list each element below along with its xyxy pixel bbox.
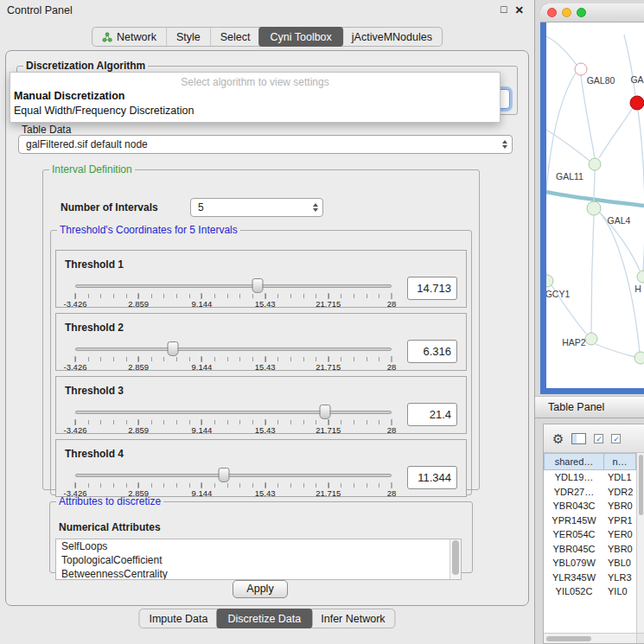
close-traffic-icon[interactable] — [547, 8, 557, 17]
attributes-group-title: Attributes to discretize — [56, 495, 163, 507]
threshold-value-field[interactable]: 21.4 — [407, 403, 457, 426]
table-panel-bar: Table Panel — [535, 396, 644, 418]
network-node[interactable] — [630, 96, 644, 110]
threshold-slider[interactable]: -3.4262.8599.14415.4321.71528 — [75, 466, 392, 495]
number-of-intervals-combobox[interactable]: 5 — [190, 198, 323, 217]
scrollbar-thumb[interactable] — [546, 636, 591, 641]
table-cell: YER054C — [544, 529, 604, 539]
vertical-scrollbar[interactable] — [636, 453, 644, 633]
close-icon[interactable]: ✕ — [515, 3, 524, 16]
tab-network[interactable]: Network — [92, 28, 166, 46]
slider-thumb[interactable] — [219, 468, 230, 482]
network-node-label: H — [634, 284, 641, 294]
checkbox-icon[interactable]: ✓ — [611, 434, 621, 443]
network-edge[interactable] — [624, 35, 635, 96]
thresholds-group: Threshold's Coordinates for 5 Intervals … — [50, 224, 472, 495]
network-node-label: GA — [630, 74, 643, 85]
tab-jactivemnodules[interactable]: jActiveMNodules — [342, 28, 442, 46]
network-edge[interactable] — [594, 170, 595, 201]
tick-mark — [201, 293, 202, 299]
zoom-traffic-icon[interactable] — [577, 8, 586, 17]
network-icon — [102, 32, 112, 42]
network-edge[interactable] — [638, 110, 644, 271]
checkbox-icon[interactable]: ✓ — [594, 434, 603, 443]
threshold-label: Threshold 1 — [65, 258, 124, 271]
network-node[interactable] — [637, 271, 644, 283]
tick-mark — [138, 482, 139, 488]
tab-discretize-data[interactable]: Discretize Data — [217, 609, 313, 628]
tick-mark — [392, 482, 392, 488]
minimize-traffic-icon[interactable] — [562, 8, 571, 17]
list-scrollbar[interactable] — [450, 539, 461, 579]
slider-track — [75, 411, 392, 414]
column-header-n[interactable]: n… — [604, 453, 636, 470]
threshold-value-field[interactable]: 11.344 — [407, 466, 457, 489]
window-controls: □ ✕ — [501, 3, 524, 16]
tick-label: 9.144 — [192, 362, 213, 372]
network-node-label: GAL11 — [556, 171, 583, 182]
table-row[interactable]: YLR345WYLR3 — [544, 571, 636, 585]
table-row[interactable]: YBL079WYBL0 — [544, 556, 636, 571]
threshold-value-field[interactable]: 14.713 — [407, 277, 457, 300]
table-row[interactable]: YBR045CYBR0 — [544, 542, 636, 557]
network-node[interactable] — [585, 333, 597, 345]
list-item[interactable]: BetweennessCentrality — [56, 567, 461, 580]
network-edge[interactable] — [546, 36, 577, 65]
tab-select[interactable]: Select — [210, 28, 260, 46]
list-item[interactable]: SelfLoops — [56, 539, 461, 553]
slider-thumb[interactable] — [252, 278, 264, 293]
network-node[interactable] — [575, 63, 587, 75]
columns-icon[interactable] — [571, 433, 586, 444]
network-edge[interactable] — [546, 130, 590, 161]
apply-button[interactable]: Apply — [233, 580, 288, 598]
tab-cyni-toolbox[interactable]: Cyni Toolbox — [258, 27, 342, 47]
gear-icon[interactable]: ⚙ — [552, 432, 564, 445]
table-header: shared…n… — [544, 453, 636, 470]
tick-mark — [392, 419, 392, 425]
threshold-slider[interactable]: -3.4262.8599.14415.4321.71528 — [75, 403, 392, 432]
table-row[interactable]: YPR145WYPR1 — [544, 513, 636, 528]
tick-label: 15.43 — [255, 425, 276, 435]
slider-track — [75, 474, 392, 477]
slider-thumb[interactable] — [320, 405, 331, 419]
float-window-icon[interactable]: □ — [501, 3, 507, 16]
dropdown-option-manual-discretization[interactable]: Manual Discretization — [10, 89, 500, 104]
network-window-titlebar[interactable] — [540, 3, 644, 22]
table-row[interactable]: YDR27…YDR2 — [544, 485, 636, 500]
column-header-shared[interactable]: shared… — [544, 453, 604, 470]
tab-style[interactable]: Style — [166, 28, 210, 46]
slider-thumb[interactable] — [168, 341, 179, 356]
network-edge[interactable] — [596, 344, 635, 357]
network-node[interactable] — [589, 158, 601, 170]
threshold-value-field[interactable]: 6.316 — [407, 340, 457, 363]
scrollbar-thumb[interactable] — [452, 540, 459, 575]
interval-definition-title: Interval Definition — [49, 163, 135, 175]
horizontal-scrollbar[interactable] — [544, 633, 636, 643]
network-edge[interactable] — [599, 212, 640, 353]
table-row[interactable]: YIL052CYIL0 — [544, 584, 636, 599]
threshold-slider[interactable]: -3.4262.8599.14415.4321.71528 — [75, 277, 392, 306]
network-edge[interactable] — [581, 75, 595, 158]
scrollbar-corner — [636, 633, 644, 643]
threshold-slider[interactable]: -3.4262.8599.14415.4321.71528 — [75, 340, 392, 369]
table-cell: YBR043C — [544, 501, 604, 511]
network-edge[interactable] — [591, 215, 594, 333]
network-edge[interactable] — [599, 108, 633, 158]
network-canvas[interactable]: GAL80GAGAL11GAL4GCY1HAP2H — [546, 22, 644, 388]
tab-infer-network[interactable]: Infer Network — [311, 609, 394, 628]
control-panel-body: Discretization Algorithm Select algorith… — [5, 50, 529, 606]
spinner-icon — [502, 140, 507, 149]
table-row[interactable]: YER054CYER0 — [544, 527, 636, 542]
table-row[interactable]: YDL19…YDL1 — [544, 470, 636, 485]
scrollbar-thumb[interactable] — [639, 455, 643, 515]
tick-mark — [265, 293, 265, 299]
network-node[interactable] — [587, 201, 601, 215]
tab-impute-data[interactable]: Impute Data — [139, 609, 217, 628]
table-row[interactable]: YBR043CYBR0 — [544, 499, 636, 513]
tick-label: 21.715 — [316, 299, 341, 309]
dropdown-option-equal-width-frequency-discretization[interactable]: Equal Width/Frequency Discretization — [10, 104, 500, 118]
network-node[interactable] — [634, 352, 644, 364]
network-node[interactable] — [546, 275, 553, 287]
table-data-combobox[interactable]: galFiltered.sif default node — [18, 135, 513, 154]
list-item[interactable]: TopologicalCoefficient — [56, 553, 461, 567]
